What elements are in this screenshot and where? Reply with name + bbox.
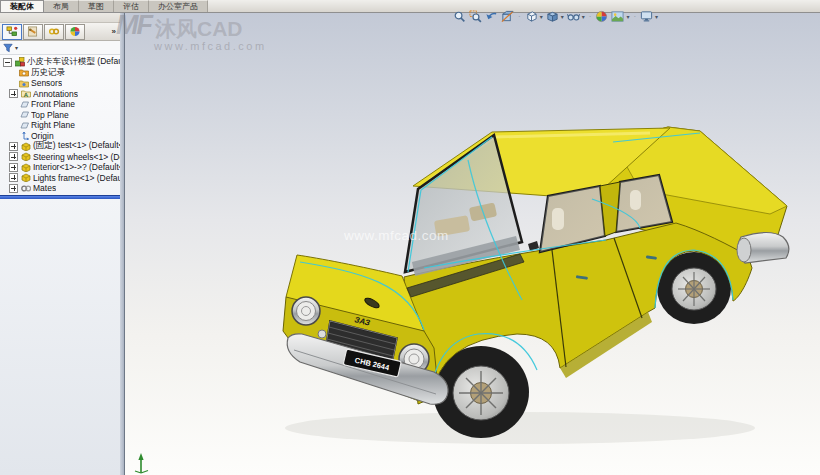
- tree-item-annotations[interactable]: A Annotations: [0, 89, 120, 100]
- component-icon: [20, 152, 31, 162]
- tree-item-right-plane[interactable]: Right Plane: [0, 120, 120, 131]
- tree-item-steering-wheels[interactable]: Steering wheels<1> (Defa: [0, 152, 120, 163]
- tab-evaluate[interactable]: 评估: [114, 0, 149, 12]
- expand-toggle-icon[interactable]: [9, 89, 18, 98]
- tree-item-interior[interactable]: Interior<1>->? (Default<<: [0, 162, 120, 173]
- component-icon: [20, 141, 31, 151]
- headrest: [552, 208, 564, 230]
- component-icon: [20, 162, 31, 172]
- apply-scene-dropdown[interactable]: ▾: [626, 13, 629, 20]
- sensors-folder-icon: [18, 78, 29, 88]
- section-view-icon[interactable]: [500, 9, 515, 24]
- command-manager-tabbar: 装配体 布局 草图 评估 办公室产品: [0, 0, 820, 13]
- component-icon: [20, 173, 31, 183]
- origin-icon: [18, 131, 29, 141]
- plane-icon: [18, 120, 29, 130]
- filter-icon: [3, 43, 13, 53]
- configurationmanager-tab[interactable]: [44, 24, 64, 40]
- displaymanager-tab[interactable]: [65, 24, 85, 40]
- rollback-bar[interactable]: [0, 195, 120, 199]
- tree-item-sensors[interactable]: Sensors: [0, 78, 120, 89]
- filter-dropdown-arrow[interactable]: ▾: [15, 44, 18, 51]
- feature-tree: 小皮卡车设计模型 (Default<Di 历史记录 Sensors A Anno…: [0, 55, 120, 199]
- tree-item-mates[interactable]: Mates: [0, 183, 120, 194]
- graphics-viewport[interactable]: ЗАЗ СНВ 2644: [125, 12, 820, 475]
- tab-assembly[interactable]: 装配体: [0, 0, 44, 12]
- previous-view-icon[interactable]: [484, 9, 499, 24]
- tree-item-root[interactable]: 小皮卡车设计模型 (Default<Di: [0, 57, 120, 68]
- solidworks-window: 装配体 布局 草图 评估 办公室产品: [0, 0, 820, 475]
- toolbar-separator: ·: [633, 12, 636, 21]
- plane-icon: [18, 110, 29, 120]
- history-folder-icon: [18, 68, 29, 78]
- expand-toggle-icon[interactable]: [9, 163, 18, 172]
- tree-item-top-plane[interactable]: Top Plane: [0, 110, 120, 121]
- panel-top-strip: [0, 12, 120, 23]
- toolbar-separator: ·: [518, 12, 521, 21]
- tree-item-history[interactable]: 历史记录: [0, 68, 120, 79]
- collapse-toggle-icon[interactable]: [3, 58, 12, 67]
- hide-show-items-icon[interactable]: [566, 9, 581, 24]
- zoom-to-area-icon[interactable]: [468, 9, 483, 24]
- featuremanager-design-tree-tab[interactable]: [2, 24, 22, 40]
- panel-header: »: [0, 23, 120, 41]
- expand-toggle-icon[interactable]: [9, 152, 18, 161]
- headrest: [630, 190, 641, 210]
- view-orientation-icon[interactable]: [524, 9, 539, 24]
- panel-expand-button[interactable]: »: [112, 27, 116, 36]
- tab-sketch[interactable]: 草图: [79, 0, 114, 12]
- view-orientation-dropdown[interactable]: ▾: [540, 13, 543, 20]
- view-settings-dropdown[interactable]: ▾: [655, 13, 658, 20]
- propertymanager-tab[interactable]: [23, 24, 43, 40]
- tab-office-products[interactable]: 办公室产品: [149, 0, 208, 12]
- apply-scene-icon[interactable]: [610, 9, 625, 24]
- heads-up-view-toolbar: · ▾ ▾ ▾ · ▾ · ▾: [452, 8, 659, 24]
- zoom-to-fit-icon[interactable]: [452, 9, 467, 24]
- edit-appearance-icon[interactable]: [594, 9, 609, 24]
- featuremanager-panel: » ▾ 小皮卡车设计模型 (Default<Di 历史记录 Sensors: [0, 12, 120, 475]
- tree-item-origin[interactable]: Origin: [0, 131, 120, 142]
- expand-toggle-icon[interactable]: [9, 184, 18, 193]
- annotations-folder-icon: A: [20, 89, 31, 99]
- panel-splitter[interactable]: [120, 12, 125, 475]
- tree-filter[interactable]: ▾: [0, 41, 120, 55]
- tree-item-lights-frame[interactable]: Lights frame<1> (Default<: [0, 173, 120, 184]
- toolbar-separator: ·: [589, 12, 592, 21]
- mates-icon: [20, 183, 31, 193]
- tree-item-test-component[interactable]: (固定) test<1> (Default<<D: [0, 141, 120, 152]
- turn-signal: [318, 330, 326, 338]
- display-style-dropdown[interactable]: ▾: [561, 13, 564, 20]
- car-3d-model[interactable]: ЗАЗ СНВ 2644: [125, 12, 820, 475]
- view-settings-icon[interactable]: [639, 9, 654, 24]
- hide-show-items-dropdown[interactable]: ▾: [582, 13, 585, 20]
- display-style-icon[interactable]: [545, 9, 560, 24]
- tree-item-front-plane[interactable]: Front Plane: [0, 99, 120, 110]
- assembly-icon: [14, 57, 25, 67]
- headlight-left: [292, 297, 320, 325]
- tab-layout[interactable]: 布局: [44, 0, 79, 12]
- svg-text:A: A: [23, 92, 28, 98]
- origin-triad-icon: [131, 451, 151, 475]
- plane-icon: [18, 99, 29, 109]
- expand-toggle-icon[interactable]: [9, 142, 18, 151]
- expand-toggle-icon[interactable]: [9, 173, 18, 182]
